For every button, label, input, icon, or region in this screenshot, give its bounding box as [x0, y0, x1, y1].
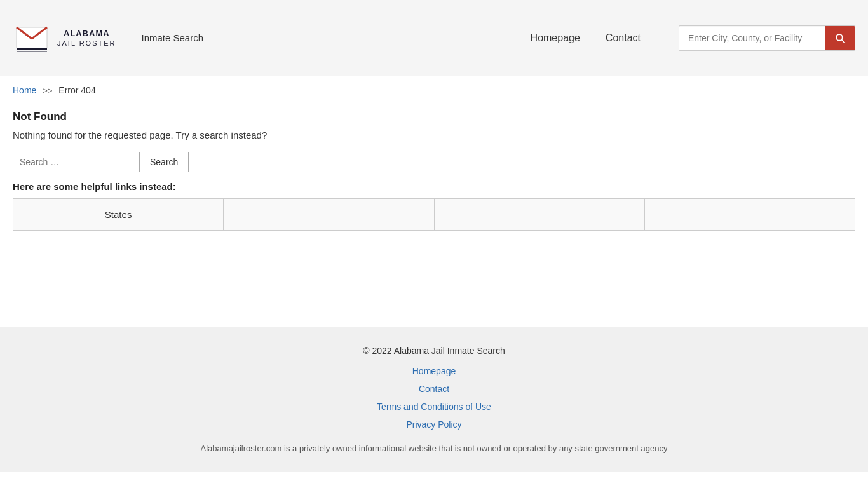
- breadcrumb-current: Error 404: [58, 85, 95, 95]
- svg-line-6: [842, 39, 845, 43]
- site-logo[interactable]: ALABAMA JAIL ROSTER: [13, 10, 116, 67]
- svg-point-5: [836, 34, 843, 41]
- links-table-cell-4: [644, 199, 855, 231]
- page-search-button[interactable]: Search: [140, 152, 189, 172]
- links-table-cell-states: States: [13, 199, 224, 231]
- page-search-form: Search: [13, 152, 855, 172]
- not-found-desc: Nothing found for the requested page. Tr…: [13, 130, 855, 140]
- not-found-title: Not Found: [13, 111, 855, 123]
- page-search-input[interactable]: [13, 152, 140, 172]
- footer-terms[interactable]: Terms and Conditions of Use: [13, 398, 855, 416]
- logo-icon: [15, 20, 48, 57]
- footer-disclaimer: Alabamajailroster.com is a privately own…: [13, 444, 855, 453]
- links-table-row: States: [13, 199, 855, 231]
- site-name: ALABAMA: [57, 29, 116, 39]
- links-table-cell-2: [224, 199, 434, 231]
- site-header: ALABAMA JAIL ROSTER Inmate Search Homepa…: [0, 0, 868, 76]
- header-search-input[interactable]: [679, 27, 825, 50]
- main-content: Not Found Nothing found for the requeste…: [0, 104, 868, 327]
- link-states[interactable]: States: [105, 209, 132, 220]
- main-nav: Homepage Contact: [531, 25, 855, 51]
- logo-text: ALABAMA JAIL ROSTER: [57, 29, 116, 47]
- breadcrumb-home[interactable]: Home: [13, 85, 36, 95]
- nav-homepage[interactable]: Homepage: [531, 32, 580, 44]
- site-sub: JAIL ROSTER: [57, 39, 116, 47]
- header-search-bar: [679, 25, 855, 51]
- links-table: States: [13, 198, 855, 231]
- footer-contact[interactable]: Contact: [13, 380, 855, 398]
- site-footer: © 2022 Alabama Jail Inmate Search Homepa…: [0, 327, 868, 472]
- breadcrumb: Home >> Error 404: [0, 76, 868, 104]
- footer-copyright: © 2022 Alabama Jail Inmate Search: [13, 346, 855, 356]
- header-search-button[interactable]: [825, 26, 855, 50]
- nav-contact[interactable]: Contact: [606, 32, 641, 44]
- helpful-links-label: Here are some helpful links instead:: [13, 181, 855, 192]
- nav-inmate-search[interactable]: Inmate Search: [142, 32, 204, 43]
- search-icon: [834, 32, 846, 44]
- svg-rect-3: [17, 48, 47, 50]
- breadcrumb-separator: >>: [43, 86, 52, 95]
- footer-homepage[interactable]: Homepage: [13, 362, 855, 380]
- links-table-cell-3: [434, 199, 644, 231]
- footer-privacy[interactable]: Privacy Policy: [13, 416, 855, 433]
- logo-image: [13, 10, 51, 67]
